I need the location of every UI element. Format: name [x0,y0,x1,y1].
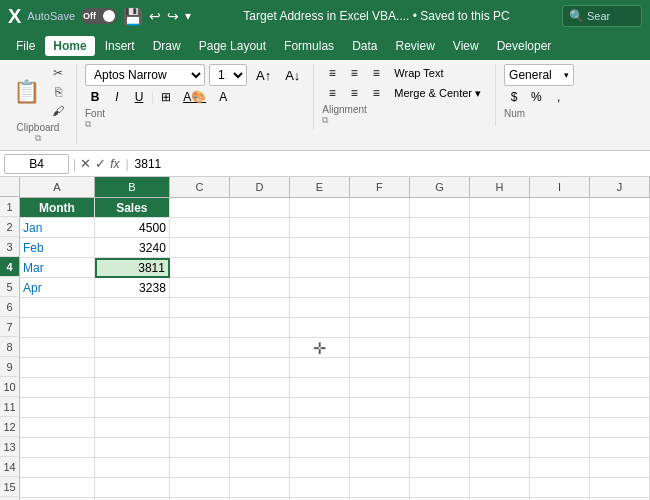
format-painter-button[interactable]: 🖌 [48,102,68,120]
cell-d15[interactable] [230,478,290,498]
menu-draw[interactable]: Draw [145,36,189,56]
align-bottom-right-button[interactable]: ≡ [366,84,386,102]
cell-b1[interactable]: Sales [95,198,170,218]
cell-d13[interactable] [230,438,290,458]
cell-a1[interactable]: Month [20,198,95,218]
cell-e9[interactable] [290,358,350,378]
menu-file[interactable]: File [8,36,43,56]
cell-g12[interactable] [410,418,470,438]
number-format-box[interactable]: General ▾ [504,64,574,86]
cell-j1[interactable] [590,198,650,218]
cell-c2[interactable] [170,218,230,238]
cell-d14[interactable] [230,458,290,478]
font-expand-icon[interactable]: ⧉ [85,119,91,130]
cell-a12[interactable] [20,418,95,438]
cell-h11[interactable] [470,398,530,418]
cell-b7[interactable] [95,318,170,338]
cell-d6[interactable] [230,298,290,318]
cell-e11[interactable] [290,398,350,418]
cell-d11[interactable] [230,398,290,418]
cell-e15[interactable] [290,478,350,498]
cell-d2[interactable] [230,218,290,238]
cell-e3[interactable] [290,238,350,258]
cell-a6[interactable] [20,298,95,318]
col-header-a[interactable]: A [20,177,95,197]
clipboard-expand-icon[interactable]: ⧉ [35,133,41,144]
cell-b3[interactable]: 3240 [95,238,170,258]
cell-b8[interactable] [95,338,170,358]
cell-c10[interactable] [170,378,230,398]
cell-c8[interactable] [170,338,230,358]
cell-e8[interactable]: ✛ [290,338,350,358]
col-header-i[interactable]: I [530,177,590,197]
col-header-c[interactable]: C [170,177,230,197]
fill-color-button[interactable]: A🎨 [178,88,211,106]
toolbar-undo-icon[interactable]: ↩ [149,8,161,24]
cell-j13[interactable] [590,438,650,458]
font-size-selector[interactable]: 11 [209,64,247,86]
cell-f2[interactable] [350,218,410,238]
cell-a2[interactable]: Jan [20,218,95,238]
insert-function-icon[interactable]: fx [110,157,119,171]
cell-h7[interactable] [470,318,530,338]
cell-a3[interactable]: Feb [20,238,95,258]
menu-view[interactable]: View [445,36,487,56]
align-bottom-center-button[interactable]: ≡ [344,84,364,102]
cell-d4[interactable] [230,258,290,278]
cell-i14[interactable] [530,458,590,478]
cell-j9[interactable] [590,358,650,378]
cell-c15[interactable] [170,478,230,498]
cell-e13[interactable] [290,438,350,458]
cell-c12[interactable] [170,418,230,438]
cell-f8[interactable] [350,338,410,358]
cell-a11[interactable] [20,398,95,418]
cell-b15[interactable] [95,478,170,498]
menu-insert[interactable]: Insert [97,36,143,56]
cell-d3[interactable] [230,238,290,258]
formula-input[interactable] [135,154,646,174]
cell-i13[interactable] [530,438,590,458]
cell-b4[interactable]: 3811 [95,258,170,278]
cell-b9[interactable] [95,358,170,378]
col-header-f[interactable]: F [350,177,410,197]
cell-g11[interactable] [410,398,470,418]
cell-j8[interactable] [590,338,650,358]
font-color-button[interactable]: A [213,88,233,106]
cell-i2[interactable] [530,218,590,238]
menu-home[interactable]: Home [45,36,94,56]
alignment-expand-icon[interactable]: ⧉ [322,115,328,126]
cell-f12[interactable] [350,418,410,438]
toolbar-save-icon[interactable]: 💾 [123,7,143,26]
cell-f3[interactable] [350,238,410,258]
font-increase-button[interactable]: A↑ [251,66,276,85]
cell-f11[interactable] [350,398,410,418]
align-top-left-button[interactable]: ≡ [322,64,342,82]
cell-b6[interactable] [95,298,170,318]
search-box[interactable]: 🔍 Sear [562,5,642,27]
cell-f10[interactable] [350,378,410,398]
cell-f4[interactable] [350,258,410,278]
cell-i11[interactable] [530,398,590,418]
cell-c6[interactable] [170,298,230,318]
cell-a7[interactable] [20,318,95,338]
cell-a13[interactable] [20,438,95,458]
col-header-b[interactable]: B [95,177,170,197]
cell-e10[interactable] [290,378,350,398]
bold-button[interactable]: B [85,88,105,106]
cell-a4[interactable]: Mar [20,258,95,278]
cell-e7[interactable] [290,318,350,338]
cell-a9[interactable] [20,358,95,378]
align-bottom-left-button[interactable]: ≡ [322,84,342,102]
cell-c5[interactable] [170,278,230,298]
cell-j5[interactable] [590,278,650,298]
cell-a14[interactable] [20,458,95,478]
col-header-j[interactable]: J [590,177,650,197]
cell-i3[interactable] [530,238,590,258]
cell-a5[interactable]: Apr [20,278,95,298]
cell-c11[interactable] [170,398,230,418]
cell-d8[interactable] [230,338,290,358]
cell-j4[interactable] [590,258,650,278]
cell-d7[interactable] [230,318,290,338]
cancel-icon[interactable]: ✕ [80,156,91,171]
cell-j12[interactable] [590,418,650,438]
